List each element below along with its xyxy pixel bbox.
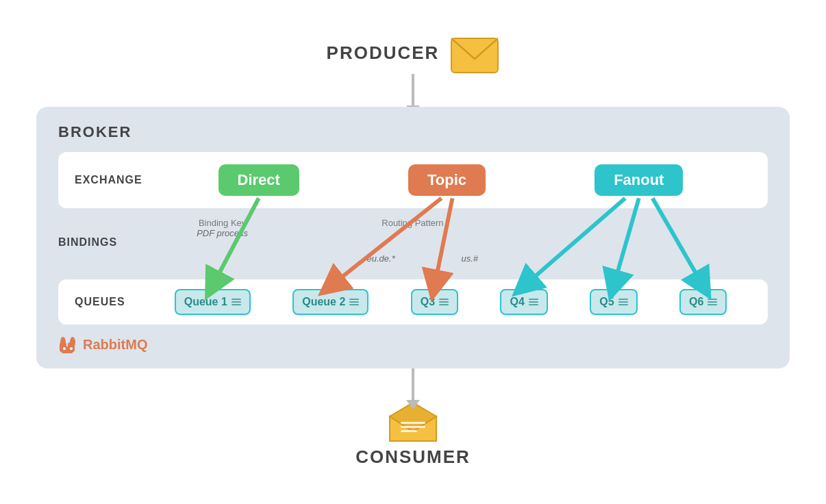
- bindings-queues-wrapper: BINDINGS Binding Key PDF process Routing…: [58, 208, 768, 325]
- queues-label: QUEUES: [75, 296, 150, 308]
- topic-value2: us.#: [461, 252, 478, 264]
- topic-value1: eu.de.*: [367, 252, 395, 264]
- producer-section: PRODUCER: [327, 37, 500, 74]
- consumer-label: CONSUMER: [355, 446, 471, 468]
- svg-rect-11: [401, 426, 425, 428]
- direct-binding-key: Binding Key PDF process: [197, 218, 248, 238]
- bindings-label: BINDINGS: [58, 236, 134, 249]
- diagram-container: PRODUCER BROKER EXCHANGE Direct Topic Fa…: [36, 37, 790, 468]
- rabbitmq-text: RabbitMQ: [83, 337, 147, 353]
- rabbitmq-icon: [58, 336, 77, 355]
- queue-badge-q1: Queue 1: [175, 289, 251, 315]
- queue-badge-q4: Q4: [500, 289, 547, 315]
- queue-lines-icon: [708, 299, 717, 305]
- broker-label: BROKER: [58, 123, 768, 141]
- queue-lines-icon: [529, 299, 538, 305]
- queue-lines-icon: [231, 299, 241, 305]
- queue-badge-q6: Q6: [679, 289, 727, 315]
- queues-badges: Queue 1 Queue 2 Q3 Q4: [150, 289, 751, 315]
- queue-lines-icon: [349, 299, 359, 305]
- bindings-row: BINDINGS Binding Key PDF process Routing…: [58, 208, 768, 277]
- arrow-producer-to-broker: [412, 74, 414, 107]
- topic-routing-label: Routing Pattern: [381, 218, 443, 228]
- exchange-label: EXCHANGE: [75, 174, 150, 186]
- producer-label: PRODUCER: [327, 42, 440, 64]
- exchange-row: EXCHANGE Direct Topic Fanout: [58, 152, 768, 208]
- exchange-badge-fanout: Fanout: [595, 164, 683, 196]
- queue-badge-q2: Queue 2: [292, 289, 368, 315]
- queues-row: QUEUES Queue 1 Queue 2 Q3 Q: [58, 279, 768, 325]
- svg-point-7: [70, 347, 73, 350]
- queue-lines-icon: [439, 299, 449, 305]
- broker-box: BROKER EXCHANGE Direct Topic Fanout BIND…: [36, 107, 790, 368]
- queue-lines-icon: [618, 299, 628, 305]
- arrow-broker-to-consumer: [412, 368, 414, 401]
- svg-point-3: [60, 337, 66, 348]
- exchange-badge-direct: Direct: [218, 164, 299, 196]
- rabbitmq-branding: RabbitMQ: [58, 336, 768, 355]
- svg-point-4: [70, 337, 75, 348]
- exchange-badges: Direct Topic Fanout: [150, 164, 751, 196]
- queue-badge-q3: Q3: [411, 289, 458, 315]
- svg-rect-12: [401, 430, 417, 432]
- svg-point-6: [63, 347, 66, 350]
- svg-rect-10: [401, 422, 425, 424]
- producer-envelope-icon: [450, 37, 499, 74]
- consumer-section: CONSUMER: [355, 401, 471, 468]
- exchange-badge-topic: Topic: [408, 164, 486, 196]
- bindings-content: Binding Key PDF process Routing Pattern …: [134, 215, 768, 270]
- queue-badge-q5: Q5: [590, 289, 637, 315]
